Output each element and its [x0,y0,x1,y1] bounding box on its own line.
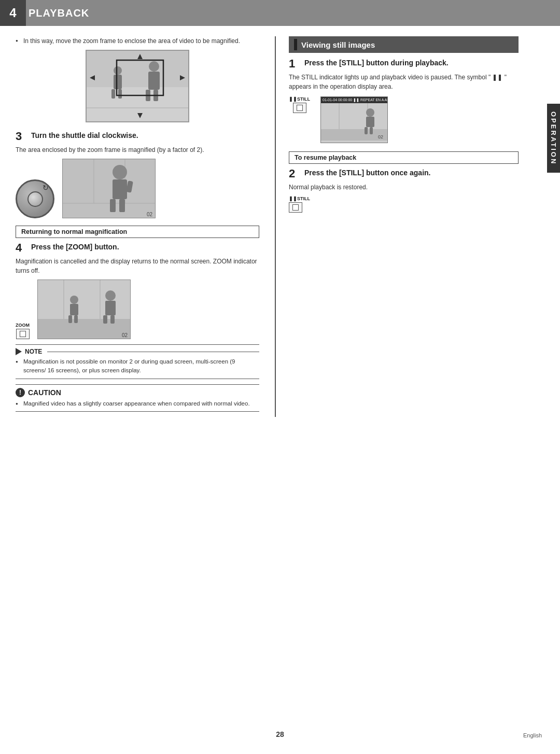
returning-heading-wrap: Returning to normal magnification [16,226,259,238]
viewing-heading-text: Viewing still images [301,40,375,49]
normal-screen-fig: 02 [37,280,131,339]
svg-rect-43 [321,129,387,141]
still-label: ❚❚STILL [289,96,310,102]
svg-rect-35 [74,315,78,323]
svg-rect-34 [68,315,72,323]
step3-title: Turn the shuttle dial clockwise. [31,131,138,140]
zoom-indicator-square [20,331,26,337]
section-heading-bar [294,39,297,50]
step1-number: 1 [289,58,300,69]
step1-desc: The STILL indicator lights up and playba… [289,73,519,91]
step3: 3 Turn the shuttle dial clockwise. [16,131,259,142]
monitor-svg: 02 [321,103,387,141]
zoom-bg-svg [87,51,188,121]
zoom-frame-diagram [86,50,189,122]
step4-number: 4 [16,242,27,254]
returning-heading: Returning to normal magnification [16,226,259,238]
page-number: 28 [276,730,284,738]
step4: 4 Press the [ZOOM] button. [16,242,259,254]
monitor-topbar: 01-01-04 00:00:00 ❚❚ REPEAT EN A ALARM 0… [321,97,387,103]
svg-point-36 [105,290,116,301]
zoomed-screen-fig: 02 [62,159,156,218]
svg-rect-29 [38,319,131,339]
right-column: Viewing still images 1 Press the [STILL]… [275,36,519,417]
step3-figures: ↻ [16,159,259,218]
shuttle-inner [27,191,43,207]
svg-rect-5 [111,89,115,99]
note-text: Magnification is not possible on monitor… [16,357,259,375]
monitor-fig: 01-01-04 00:00:00 ❚❚ REPEAT EN A ALARM 0… [320,96,388,143]
page: 4 PLAYBACK OPERATION In this way, move t… [0,0,560,754]
resume-heading-wrap: To resume playback [289,151,519,164]
step1-figures: ❚❚STILL 01-01-04 00:00:00 ❚❚ REPEAT EN A… [289,96,519,143]
step2-desc: Normal playback is restored. [289,183,519,192]
chapter-title: PLAYBACK [29,7,89,19]
intro-bullet: In this way, move the zoom frame to encl… [16,36,259,46]
step4-title: Press the [ZOOM] button. [31,242,119,252]
chapter-header: 4 PLAYBACK [0,0,560,26]
svg-rect-28 [38,280,131,319]
svg-rect-4 [114,75,122,89]
zoom-btn-indicator: ZOOM [16,323,30,339]
viewing-heading: Viewing still images [289,36,519,53]
page-language: English [523,732,542,738]
normal-screen-svg: 02 [38,280,131,339]
svg-text:02: 02 [378,134,383,139]
step2-title: Press the [STILL] button once again. [304,168,430,177]
svg-point-32 [70,296,78,304]
svg-point-7 [149,61,159,72]
step2: 2 Press the [STILL] button once again. [289,168,519,179]
note-header: NOTE [16,348,259,355]
step4-figures: ZOOM [16,280,259,339]
note-label: NOTE [25,348,42,355]
svg-rect-39 [110,315,115,324]
svg-text:02: 02 [147,212,153,217]
caution-header: ! CAUTION [16,388,259,397]
zoomed-screen-svg: 02 [63,159,156,218]
step1: 1 Press the [STILL] button during playba… [289,58,519,69]
step2-figure: ❚❚STILL [289,196,519,213]
resume-heading: To resume playback [289,151,519,164]
step3-number: 3 [16,131,27,142]
zoom-label: ZOOM [16,323,30,328]
zoom-button-box [16,329,30,339]
svg-rect-6 [118,89,122,99]
caution-label: CAUTION [28,388,61,397]
left-column: In this way, move the zoom frame to encl… [16,36,259,417]
svg-rect-24 [119,199,125,212]
still-indicator-square2 [292,204,299,211]
svg-point-21 [113,165,127,179]
svg-rect-47 [366,117,374,127]
svg-rect-33 [70,304,78,315]
svg-point-3 [114,66,122,75]
svg-rect-23 [110,199,116,212]
note-box: NOTE Magnification is not possible on mo… [16,344,259,379]
svg-rect-42 [321,103,387,129]
svg-rect-38 [103,315,107,324]
zoom-frame-diagram-wrap [16,50,259,122]
still-button-box2 [289,202,302,213]
svg-text:02: 02 [122,332,128,338]
step4-desc: Magnification is cancelled and the displ… [16,257,259,275]
note-line [47,352,259,352]
svg-rect-22 [113,179,127,199]
still-button-box [293,103,306,113]
shuttle-arrow: ↻ [43,184,49,192]
caution-icon: ! [16,388,25,397]
step1-title: Press the [STILL] button during playback… [304,58,449,67]
caution-text: Magnified video has a slightly coarser a… [16,399,259,408]
shuttle-dial-fig: ↻ [16,179,54,218]
svg-rect-2 [87,51,188,87]
caution-box: ! CAUTION Magnified video has a slightly… [16,384,259,412]
svg-rect-49 [370,127,373,134]
note-triangle-icon [16,348,22,355]
svg-rect-37 [105,301,116,315]
monitor-fig-wrap: 01-01-04 00:00:00 ❚❚ REPEAT EN A ALARM 0… [320,96,388,143]
content-area: In this way, move the zoom frame to encl… [0,26,560,427]
step3-desc: The area enclosed by the zoom frame is m… [16,145,259,155]
svg-rect-48 [365,127,368,134]
still-label2: ❚❚STILL [289,196,310,201]
svg-rect-8 [148,72,160,90]
still-btn-indicator: ❚❚STILL [289,96,310,113]
svg-rect-17 [63,159,156,218]
